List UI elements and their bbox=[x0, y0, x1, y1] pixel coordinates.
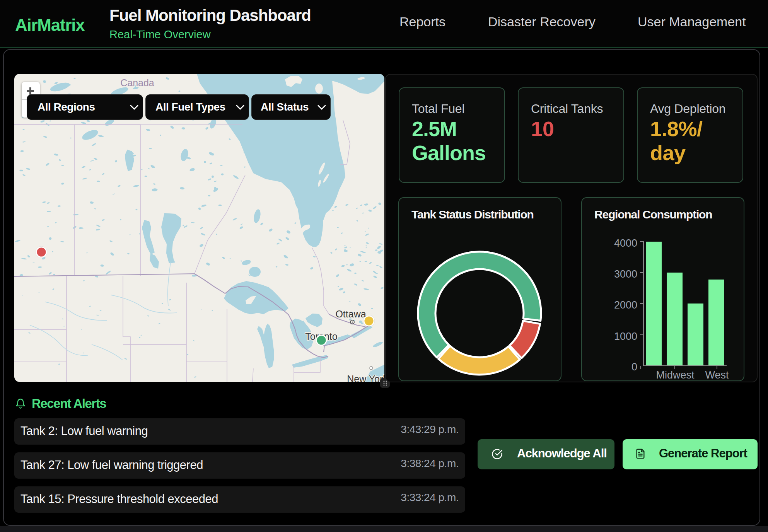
svg-text:New York: New York bbox=[347, 373, 384, 382]
svg-text:Ottawa: Ottawa bbox=[335, 309, 366, 319]
svg-text:Canada: Canada bbox=[120, 77, 154, 88]
